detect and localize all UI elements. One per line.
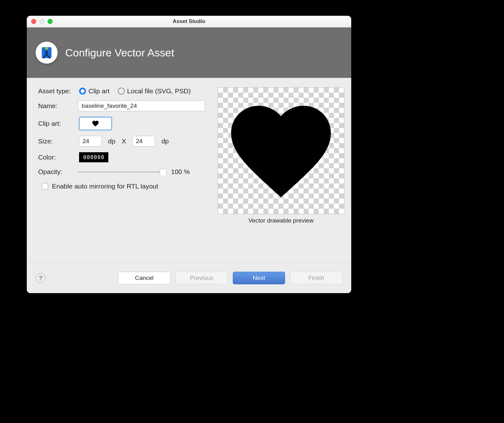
svg-point-2 — [46, 51, 48, 53]
size-height-input[interactable] — [132, 136, 155, 147]
radio-label: Clip art — [89, 87, 110, 95]
previous-button[interactable]: Previous — [175, 272, 228, 284]
cancel-button[interactable]: Cancel — [118, 272, 170, 284]
window-controls — [27, 19, 53, 24]
asset-type-radios: Clip art Local file (SVG, PSD) — [79, 87, 191, 95]
size-width-input[interactable] — [79, 136, 102, 147]
asset-type-label: Asset type: — [38, 87, 73, 95]
size-width-unit: dp — [108, 137, 115, 145]
opacity-row: Opacity: 100 % — [38, 168, 205, 176]
color-row: Color: 000000 — [38, 152, 205, 162]
wizard-banner: Configure Vector Asset — [27, 27, 351, 78]
window-title: Asset Studio — [27, 18, 351, 25]
rtl-mirror-label: Enable auto mirroring for RTL layout — [52, 183, 158, 190]
opacity-slider[interactable] — [78, 169, 166, 175]
name-input[interactable] — [78, 101, 205, 111]
size-height-unit: dp — [161, 137, 169, 145]
asset-type-clip-art-radio[interactable]: Clip art — [79, 87, 110, 95]
preview-caption: Vector drawable preview — [249, 217, 314, 224]
opacity-value: 100 % — [171, 168, 190, 176]
rtl-mirror-checkbox[interactable] — [42, 183, 48, 189]
asset-studio-window: Asset Studio Configure Vector Asset Asse… — [27, 16, 351, 293]
form-panel: Asset type: Clip art Local file (SVG, PS… — [38, 87, 205, 253]
slider-thumb-icon[interactable] — [160, 169, 167, 177]
minimize-window-button[interactable] — [39, 19, 44, 24]
heart-icon — [221, 91, 341, 211]
preview-panel: Vector drawable preview — [218, 87, 344, 253]
wizard-content: Asset type: Clip art Local file (SVG, PS… — [27, 78, 351, 256]
android-studio-icon — [36, 42, 58, 64]
heart-icon — [92, 120, 99, 127]
clip-art-label: Clip art: — [38, 120, 73, 127]
window-titlebar: Asset Studio — [27, 16, 351, 27]
clip-art-row: Clip art: — [38, 117, 205, 130]
rtl-row: Enable auto mirroring for RTL layout — [42, 183, 205, 190]
preview-canvas — [218, 87, 344, 214]
asset-type-row: Asset type: Clip art Local file (SVG, PS… — [38, 87, 205, 95]
name-label: Name: — [38, 102, 72, 110]
radio-label: Local file (SVG, PSD) — [127, 87, 191, 95]
name-row: Name: — [38, 101, 205, 111]
clip-art-picker-button[interactable] — [79, 117, 112, 130]
finish-button[interactable]: Finish — [290, 272, 342, 284]
asset-type-local-file-radio[interactable]: Local file (SVG, PSD) — [118, 87, 191, 95]
opacity-label: Opacity: — [38, 168, 73, 176]
help-button[interactable]: ? — [36, 273, 46, 283]
close-window-button[interactable] — [31, 19, 36, 24]
color-picker[interactable]: 000000 — [79, 152, 108, 162]
svg-point-1 — [45, 47, 48, 50]
next-button[interactable]: Next — [233, 272, 285, 284]
wizard-footer: ? Cancel Previous Next Finish — [27, 263, 351, 293]
wizard-title: Configure Vector Asset — [65, 47, 174, 59]
size-label: Size: — [38, 137, 73, 145]
size-row: Size: dp X dp — [38, 136, 205, 147]
size-separator: X — [122, 137, 126, 145]
color-label: Color: — [38, 154, 73, 161]
zoom-window-button[interactable] — [48, 19, 53, 24]
